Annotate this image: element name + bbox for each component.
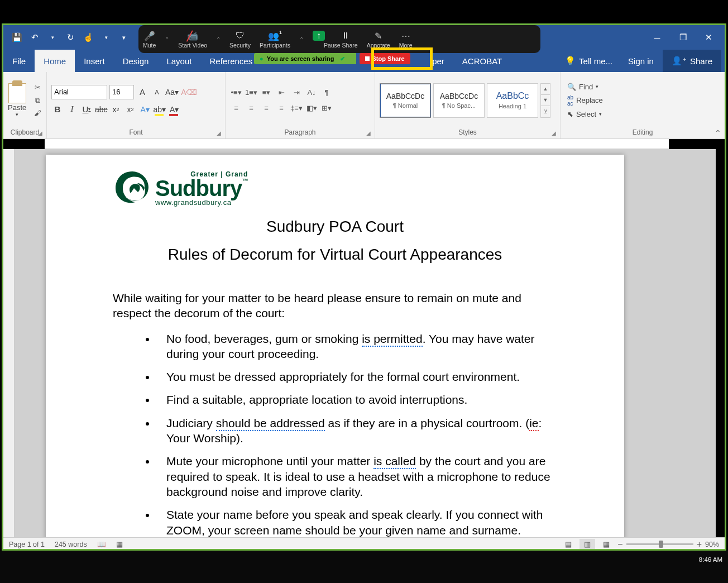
zoom-new-share-button[interactable]: ↑ <box>308 25 329 53</box>
zoom-more-button[interactable]: ⋯ More <box>395 25 417 53</box>
style-no-spacing[interactable]: AaBbCcDc ¶ No Spac... <box>433 83 485 118</box>
document-subtitle: Rules of Decorum for Virtual Court Appea… <box>113 246 557 264</box>
print-layout-button[interactable]: ▥ <box>579 539 595 550</box>
format-painter-button[interactable]: 🖌 <box>32 108 43 119</box>
styles-scroll-down[interactable]: ▼ <box>541 95 550 106</box>
page-indicator[interactable]: Page 1 of 1 <box>9 541 45 548</box>
minimize-button[interactable]: ─ <box>644 25 670 50</box>
close-button[interactable]: ✕ <box>696 25 721 50</box>
line-spacing-button[interactable]: ‡≡▾ <box>290 102 303 114</box>
strikethrough-button[interactable]: abc <box>95 103 108 116</box>
zoom-in-button[interactable]: + <box>697 539 702 549</box>
zoom-mute-button[interactable]: 🎤 Mute <box>138 25 160 53</box>
qat-customize[interactable]: ▾ <box>116 30 132 45</box>
align-right-button[interactable]: ≡ <box>260 102 272 114</box>
copy-button[interactable]: ⧉ <box>32 95 43 106</box>
highlight-button[interactable]: ab▾ <box>154 103 166 116</box>
read-mode-button[interactable]: ▤ <box>561 539 576 550</box>
zoom-participants-button[interactable]: 👥1 Participants <box>255 25 295 53</box>
share-button[interactable]: 👤⁺ Share <box>663 50 721 72</box>
search-icon: 🔍 <box>567 83 576 91</box>
clipboard-dialog-launcher[interactable]: ◢ <box>38 130 45 137</box>
tab-references[interactable]: References <box>200 50 261 72</box>
subscript-button[interactable]: x2 <box>110 103 122 116</box>
participants-caret[interactable]: ⌃ <box>295 36 308 42</box>
undo-caret[interactable]: ▾ <box>45 30 60 45</box>
zoom-pause-share-button[interactable]: ⏸ Pause Share <box>329 25 362 53</box>
styles-dialog-launcher[interactable]: ◢ <box>552 130 558 137</box>
superscript-button[interactable]: x2 <box>124 103 137 116</box>
show-marks-button[interactable]: ¶ <box>320 87 333 99</box>
mute-options-caret[interactable]: ⌃ <box>160 36 174 42</box>
zoom-level[interactable]: 90% <box>705 541 719 548</box>
paragraph-dialog-launcher[interactable]: ◢ <box>366 130 373 137</box>
stop-share-button[interactable]: Stop Share <box>360 53 410 64</box>
system-clock[interactable]: 8:46 AM <box>699 556 722 563</box>
borders-button[interactable]: ⊞▾ <box>320 102 333 114</box>
tab-file[interactable]: File <box>3 50 35 72</box>
macro-status-icon[interactable]: ▦ <box>116 540 123 548</box>
styles-scroll-up[interactable]: ▲ <box>541 84 550 95</box>
font-name-input[interactable] <box>51 85 107 99</box>
touch-caret[interactable]: ▾ <box>98 30 114 45</box>
word-count[interactable]: 245 words <box>55 541 87 548</box>
find-button[interactable]: 🔍Find▾ <box>565 82 605 92</box>
change-case-button[interactable]: Aa▾ <box>165 85 179 99</box>
save-icon[interactable]: 💾 <box>9 30 25 45</box>
sign-in-button[interactable]: Sign in <box>619 50 663 72</box>
font-dialog-launcher[interactable]: ◢ <box>217 130 223 137</box>
increase-indent-button[interactable]: ⇥ <box>290 87 303 99</box>
collapse-ribbon-button[interactable]: ⌃ <box>715 128 721 137</box>
zoom-security-button[interactable]: 🛡 Security <box>225 25 255 53</box>
tab-insert[interactable]: Insert <box>75 50 114 72</box>
text-effects-button[interactable]: A▾ <box>139 103 151 116</box>
align-center-button[interactable]: ≡ <box>245 102 257 114</box>
replace-button[interactable]: abacReplace <box>565 93 605 108</box>
font-color-button[interactable]: A▾ <box>168 103 180 116</box>
style-normal[interactable]: AaBbCcDc ¶ Normal <box>380 83 431 118</box>
underline-button[interactable]: U▾ <box>80 103 93 116</box>
tab-layout[interactable]: Layout <box>157 50 200 72</box>
touch-mode-icon[interactable]: ☝ <box>80 30 96 45</box>
italic-button[interactable]: I <box>66 103 78 116</box>
sort-button[interactable]: A↓ <box>305 87 318 99</box>
document-page[interactable]: Greater | Grand Sudbury™ www.grandsudbur… <box>46 155 624 537</box>
shading-button[interactable]: ◧▾ <box>305 102 318 114</box>
zoom-video-button[interactable]: 📹╱ Start Video <box>174 25 212 53</box>
zoom-slider[interactable] <box>626 543 693 545</box>
video-options-caret[interactable]: ⌃ <box>212 36 225 42</box>
undo-icon[interactable]: ↶ <box>27 30 42 45</box>
tell-me-search[interactable]: 💡 Tell me... <box>558 56 619 66</box>
restore-button[interactable]: ❐ <box>670 25 696 50</box>
decrease-indent-button[interactable]: ⇤ <box>275 87 288 99</box>
clear-formatting-button[interactable]: A⌫ <box>181 85 197 99</box>
bullets-button[interactable]: •≡▾ <box>230 87 242 99</box>
tab-developer-partial[interactable]: per <box>423 50 453 72</box>
tab-home[interactable]: Home <box>35 50 75 72</box>
zoom-out-button[interactable]: − <box>617 539 622 549</box>
paste-button[interactable]: Paste ▾ <box>8 83 26 117</box>
numbering-button[interactable]: 1≡▾ <box>245 87 257 99</box>
tab-acrobat[interactable]: ACROBAT <box>453 50 511 72</box>
list-item: State your name before you speak and spe… <box>156 507 557 537</box>
grow-font-button[interactable]: A <box>136 85 149 99</box>
redo-icon[interactable]: ↻ <box>63 30 78 45</box>
align-left-button[interactable]: ≡ <box>230 102 242 114</box>
styles-expand[interactable]: ⊻ <box>541 106 550 117</box>
justify-button[interactable]: ≡ <box>275 102 288 114</box>
windows-taskbar[interactable]: 8:46 AM <box>0 551 728 583</box>
bold-button[interactable]: B <box>51 103 64 116</box>
font-size-input[interactable] <box>109 85 134 99</box>
multilevel-list-button[interactable]: ≡▾ <box>260 87 272 99</box>
tab-design[interactable]: Design <box>114 50 158 72</box>
style-heading-1[interactable]: AaBbCc Heading 1 <box>487 83 538 118</box>
zoom-annotate-button[interactable]: ✎ Annotate <box>362 25 395 53</box>
shrink-font-button[interactable]: A <box>151 85 163 99</box>
spelling-status-icon[interactable]: 📖 <box>97 540 106 548</box>
cut-button[interactable]: ✂ <box>32 82 43 93</box>
horizontal-ruler[interactable] <box>45 139 669 149</box>
document-viewport[interactable]: Greater | Grand Sudbury™ www.grandsudbur… <box>15 149 716 537</box>
select-button[interactable]: ⬉Select▾ <box>565 109 605 120</box>
web-layout-button[interactable]: ▦ <box>598 539 614 550</box>
vertical-ruler[interactable] <box>3 149 15 537</box>
